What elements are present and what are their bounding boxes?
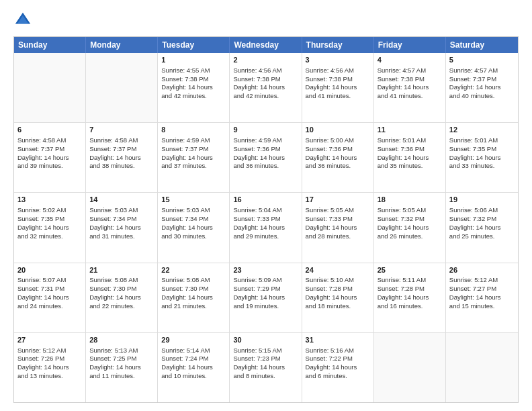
cell-line: Sunrise: 4:55 AM [161, 66, 226, 75]
cal-cell: 18Sunrise: 5:05 AMSunset: 7:32 PMDayligh… [374, 193, 446, 262]
cal-cell: 10Sunrise: 5:00 AMSunset: 7:36 PMDayligh… [302, 123, 374, 192]
cell-line: Sunrise: 4:56 AM [233, 66, 298, 75]
cell-line: and 30 minutes. [161, 232, 226, 241]
cell-line: Sunset: 7:31 PM [17, 285, 82, 293]
day-number: 5 [449, 55, 515, 65]
cell-line: Sunrise: 5:14 AM [161, 347, 226, 355]
cell-line: Sunrise: 5:05 AM [306, 206, 370, 215]
day-number: 13 [17, 195, 82, 205]
cell-line: Sunrise: 5:03 AM [89, 206, 154, 215]
cal-cell [446, 333, 518, 402]
day-number: 14 [89, 195, 154, 205]
cal-cell: 6Sunrise: 4:58 AMSunset: 7:37 PMDaylight… [14, 123, 86, 192]
cell-line: Daylight: 14 hours [306, 293, 370, 302]
cell-line: Daylight: 14 hours [449, 224, 515, 232]
day-number: 28 [89, 335, 154, 345]
cell-line: Sunrise: 5:07 AM [17, 276, 82, 285]
cell-line: and 38 minutes. [89, 162, 154, 171]
day-number: 19 [449, 195, 515, 205]
cal-header-monday: Monday [86, 37, 158, 53]
cell-line: Sunrise: 5:10 AM [306, 276, 370, 285]
cell-line: Daylight: 14 hours [378, 293, 442, 302]
cell-line: and 28 minutes. [306, 232, 370, 241]
cell-line: Sunset: 7:35 PM [449, 145, 515, 154]
cell-line: Sunrise: 5:08 AM [89, 276, 154, 285]
cal-cell: 9Sunrise: 4:59 AMSunset: 7:36 PMDaylight… [230, 123, 302, 192]
cell-line: Sunrise: 5:12 AM [449, 276, 515, 285]
cal-cell: 21Sunrise: 5:08 AMSunset: 7:30 PMDayligh… [86, 263, 158, 332]
cal-cell: 22Sunrise: 5:08 AMSunset: 7:30 PMDayligh… [158, 263, 230, 332]
day-number: 18 [378, 195, 442, 205]
day-number: 4 [378, 55, 442, 65]
cell-line: Sunrise: 4:58 AM [17, 136, 82, 145]
cal-cell: 4Sunrise: 4:57 AMSunset: 7:38 PMDaylight… [374, 53, 446, 122]
cell-line: and 40 minutes. [449, 92, 515, 101]
cell-line: Sunset: 7:33 PM [306, 215, 370, 224]
cell-line: Daylight: 14 hours [89, 154, 154, 163]
cal-cell: 7Sunrise: 4:58 AMSunset: 7:37 PMDaylight… [86, 123, 158, 192]
cal-cell: 29Sunrise: 5:14 AMSunset: 7:24 PMDayligh… [158, 333, 230, 402]
cell-line: and 15 minutes. [449, 302, 515, 311]
day-number: 12 [449, 125, 515, 135]
cell-line: Sunset: 7:34 PM [89, 215, 154, 224]
cell-line: and 19 minutes. [233, 302, 298, 311]
day-number: 21 [89, 265, 154, 275]
calendar-body: 1Sunrise: 4:55 AMSunset: 7:38 PMDaylight… [14, 53, 518, 402]
cal-cell: 28Sunrise: 5:13 AMSunset: 7:25 PMDayligh… [86, 333, 158, 402]
page: SundayMondayTuesdayWednesdayThursdayFrid… [0, 0, 532, 411]
cell-line: Sunset: 7:37 PM [89, 145, 154, 154]
cell-line: and 24 minutes. [17, 302, 82, 311]
cell-line: Sunset: 7:32 PM [449, 215, 515, 224]
cal-header-wednesday: Wednesday [230, 37, 302, 53]
cell-line: Sunrise: 5:02 AM [17, 206, 82, 215]
cell-line: Daylight: 14 hours [161, 154, 226, 163]
cell-line: and 26 minutes. [378, 232, 442, 241]
cell-line: and 32 minutes. [17, 232, 82, 241]
cell-line: Daylight: 14 hours [449, 154, 515, 163]
cell-line: Sunset: 7:36 PM [306, 145, 370, 154]
cell-line: Sunrise: 5:11 AM [378, 276, 442, 285]
cell-line: Daylight: 14 hours [233, 83, 298, 92]
day-number: 3 [306, 55, 370, 65]
logo [13, 11, 35, 30]
cell-line: and 31 minutes. [89, 232, 154, 241]
cal-cell: 30Sunrise: 5:15 AMSunset: 7:23 PMDayligh… [230, 333, 302, 402]
cell-line: Daylight: 14 hours [17, 363, 82, 372]
day-number: 1 [161, 55, 226, 65]
day-number: 10 [306, 125, 370, 135]
cal-week-2: 6Sunrise: 4:58 AMSunset: 7:37 PMDaylight… [14, 122, 518, 192]
cal-cell: 16Sunrise: 5:04 AMSunset: 7:33 PMDayligh… [230, 193, 302, 262]
cell-line: and 6 minutes. [306, 372, 370, 381]
cal-cell: 27Sunrise: 5:12 AMSunset: 7:26 PMDayligh… [14, 333, 86, 402]
cal-week-3: 13Sunrise: 5:02 AMSunset: 7:35 PMDayligh… [14, 192, 518, 262]
cell-line: and 13 minutes. [17, 372, 82, 381]
cal-cell: 20Sunrise: 5:07 AMSunset: 7:31 PMDayligh… [14, 263, 86, 332]
cell-line: Sunset: 7:30 PM [89, 285, 154, 293]
cal-cell: 2Sunrise: 4:56 AMSunset: 7:38 PMDaylight… [230, 53, 302, 122]
cell-line: Daylight: 14 hours [161, 83, 226, 92]
cell-line: Daylight: 14 hours [378, 83, 442, 92]
cell-line: Daylight: 14 hours [17, 154, 82, 163]
day-number: 8 [161, 125, 226, 135]
cell-line: Daylight: 14 hours [89, 293, 154, 302]
cell-line: Sunrise: 5:06 AM [449, 206, 515, 215]
cell-line: Daylight: 14 hours [233, 293, 298, 302]
cell-line: and 42 minutes. [233, 92, 298, 101]
cell-line: Sunset: 7:28 PM [378, 285, 442, 293]
cell-line: Sunrise: 4:57 AM [378, 66, 442, 75]
cell-line: Daylight: 14 hours [17, 293, 82, 302]
cal-header-saturday: Saturday [446, 37, 518, 53]
cell-line: Daylight: 14 hours [378, 154, 442, 163]
day-number: 15 [161, 195, 226, 205]
cell-line: Daylight: 14 hours [378, 224, 442, 232]
cell-line: Sunrise: 5:16 AM [306, 347, 370, 355]
cell-line: Daylight: 14 hours [89, 224, 154, 232]
cell-line: Daylight: 14 hours [233, 154, 298, 163]
day-number: 23 [233, 265, 298, 275]
cell-line: Daylight: 14 hours [161, 224, 226, 232]
cell-line: Sunset: 7:36 PM [233, 145, 298, 154]
cal-cell: 26Sunrise: 5:12 AMSunset: 7:27 PMDayligh… [446, 263, 518, 332]
cell-line: Sunrise: 5:01 AM [449, 136, 515, 145]
cal-cell [14, 53, 86, 122]
cal-week-4: 20Sunrise: 5:07 AMSunset: 7:31 PMDayligh… [14, 263, 518, 332]
